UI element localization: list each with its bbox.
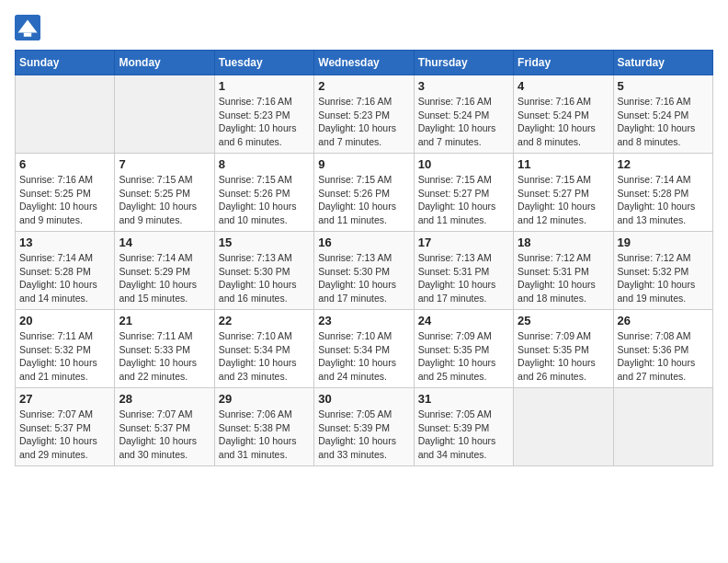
calendar-cell: 11Sunrise: 7:15 AM Sunset: 5:27 PM Dayli… xyxy=(514,154,613,232)
day-info: Sunrise: 7:10 AM Sunset: 5:34 PM Dayligh… xyxy=(219,329,310,384)
calendar-cell xyxy=(613,388,712,466)
day-number: 19 xyxy=(618,236,709,249)
day-number: 17 xyxy=(418,236,509,249)
calendar-table: SundayMondayTuesdayWednesdayThursdayFrid… xyxy=(15,50,713,466)
week-row-2: 6Sunrise: 7:16 AM Sunset: 5:25 PM Daylig… xyxy=(16,154,713,232)
calendar-cell: 18Sunrise: 7:12 AM Sunset: 5:31 PM Dayli… xyxy=(514,232,613,310)
day-number: 14 xyxy=(119,236,210,249)
calendar-cell xyxy=(16,75,115,154)
day-info: Sunrise: 7:13 AM Sunset: 5:31 PM Dayligh… xyxy=(418,251,509,305)
day-info: Sunrise: 7:15 AM Sunset: 5:27 PM Dayligh… xyxy=(418,173,509,227)
week-row-5: 27Sunrise: 7:07 AM Sunset: 5:37 PM Dayli… xyxy=(16,388,713,466)
day-info: Sunrise: 7:10 AM Sunset: 5:34 PM Dayligh… xyxy=(318,329,409,384)
day-number: 28 xyxy=(119,392,210,406)
calendar-cell: 1Sunrise: 7:16 AM Sunset: 5:23 PM Daylig… xyxy=(214,75,313,154)
day-number: 20 xyxy=(19,314,110,327)
day-number: 9 xyxy=(318,157,409,171)
day-info: Sunrise: 7:15 AM Sunset: 5:25 PM Dayligh… xyxy=(119,173,210,227)
calendar-cell: 8Sunrise: 7:15 AM Sunset: 5:26 PM Daylig… xyxy=(214,154,313,232)
calendar-cell: 20Sunrise: 7:11 AM Sunset: 5:32 PM Dayli… xyxy=(16,310,115,388)
week-row-4: 20Sunrise: 7:11 AM Sunset: 5:32 PM Dayli… xyxy=(16,310,713,388)
calendar-cell: 2Sunrise: 7:16 AM Sunset: 5:23 PM Daylig… xyxy=(314,75,414,154)
day-number: 23 xyxy=(318,314,409,327)
day-info: Sunrise: 7:14 AM Sunset: 5:29 PM Dayligh… xyxy=(119,251,210,305)
day-info: Sunrise: 7:16 AM Sunset: 5:24 PM Dayligh… xyxy=(418,95,509,149)
day-number: 15 xyxy=(219,236,310,249)
day-info: Sunrise: 7:15 AM Sunset: 5:27 PM Dayligh… xyxy=(518,173,609,227)
day-info: Sunrise: 7:13 AM Sunset: 5:30 PM Dayligh… xyxy=(318,251,409,305)
day-number: 22 xyxy=(219,314,310,327)
calendar-cell: 16Sunrise: 7:13 AM Sunset: 5:30 PM Dayli… xyxy=(314,232,414,310)
header-sunday: Sunday xyxy=(16,51,115,75)
day-info: Sunrise: 7:12 AM Sunset: 5:32 PM Dayligh… xyxy=(618,251,709,305)
day-info: Sunrise: 7:11 AM Sunset: 5:33 PM Dayligh… xyxy=(119,329,210,384)
day-info: Sunrise: 7:12 AM Sunset: 5:31 PM Dayligh… xyxy=(518,251,609,305)
logo-icon xyxy=(15,15,40,40)
day-info: Sunrise: 7:05 AM Sunset: 5:39 PM Dayligh… xyxy=(318,408,409,462)
header-thursday: Thursday xyxy=(414,51,513,75)
calendar-cell: 15Sunrise: 7:13 AM Sunset: 5:30 PM Dayli… xyxy=(214,232,313,310)
week-row-1: 1Sunrise: 7:16 AM Sunset: 5:23 PM Daylig… xyxy=(16,75,713,154)
day-number: 26 xyxy=(618,314,709,327)
day-number: 13 xyxy=(19,236,110,249)
calendar-cell: 5Sunrise: 7:16 AM Sunset: 5:24 PM Daylig… xyxy=(613,75,712,154)
day-number: 24 xyxy=(418,314,509,327)
day-info: Sunrise: 7:14 AM Sunset: 5:28 PM Dayligh… xyxy=(19,251,110,305)
calendar-cell: 17Sunrise: 7:13 AM Sunset: 5:31 PM Dayli… xyxy=(414,232,513,310)
calendar-cell: 29Sunrise: 7:06 AM Sunset: 5:38 PM Dayli… xyxy=(214,388,313,466)
day-number: 10 xyxy=(418,157,509,171)
calendar-cell: 7Sunrise: 7:15 AM Sunset: 5:25 PM Daylig… xyxy=(115,154,214,232)
calendar-cell: 26Sunrise: 7:08 AM Sunset: 5:36 PM Dayli… xyxy=(613,310,712,388)
day-number: 3 xyxy=(418,79,509,93)
day-info: Sunrise: 7:13 AM Sunset: 5:30 PM Dayligh… xyxy=(219,251,310,305)
day-info: Sunrise: 7:16 AM Sunset: 5:24 PM Dayligh… xyxy=(518,95,609,149)
calendar-cell: 23Sunrise: 7:10 AM Sunset: 5:34 PM Dayli… xyxy=(314,310,414,388)
day-info: Sunrise: 7:07 AM Sunset: 5:37 PM Dayligh… xyxy=(119,408,210,462)
calendar-cell: 31Sunrise: 7:05 AM Sunset: 5:39 PM Dayli… xyxy=(414,388,513,466)
day-number: 5 xyxy=(618,79,709,93)
day-info: Sunrise: 7:15 AM Sunset: 5:26 PM Dayligh… xyxy=(318,173,409,227)
calendar-cell: 10Sunrise: 7:15 AM Sunset: 5:27 PM Dayli… xyxy=(414,154,513,232)
day-number: 11 xyxy=(518,157,609,171)
calendar-cell: 19Sunrise: 7:12 AM Sunset: 5:32 PM Dayli… xyxy=(613,232,712,310)
header-friday: Friday xyxy=(514,51,613,75)
day-info: Sunrise: 7:05 AM Sunset: 5:39 PM Dayligh… xyxy=(418,408,509,462)
header-tuesday: Tuesday xyxy=(214,51,313,75)
calendar-cell xyxy=(514,388,613,466)
day-number: 29 xyxy=(219,392,310,406)
day-info: Sunrise: 7:14 AM Sunset: 5:28 PM Dayligh… xyxy=(618,173,709,227)
day-number: 7 xyxy=(119,157,210,171)
logo xyxy=(15,15,44,40)
calendar-cell: 13Sunrise: 7:14 AM Sunset: 5:28 PM Dayli… xyxy=(16,232,115,310)
day-info: Sunrise: 7:16 AM Sunset: 5:23 PM Dayligh… xyxy=(318,95,409,149)
calendar-cell: 12Sunrise: 7:14 AM Sunset: 5:28 PM Dayli… xyxy=(613,154,712,232)
calendar-cell: 14Sunrise: 7:14 AM Sunset: 5:29 PM Dayli… xyxy=(115,232,214,310)
day-number: 2 xyxy=(318,79,409,93)
calendar-cell: 4Sunrise: 7:16 AM Sunset: 5:24 PM Daylig… xyxy=(514,75,613,154)
calendar-cell xyxy=(115,75,214,154)
header-wednesday: Wednesday xyxy=(314,51,414,75)
day-number: 4 xyxy=(518,79,609,93)
day-number: 12 xyxy=(618,157,709,171)
day-info: Sunrise: 7:15 AM Sunset: 5:26 PM Dayligh… xyxy=(219,173,310,227)
day-number: 8 xyxy=(219,157,310,171)
day-number: 31 xyxy=(418,392,509,406)
day-number: 21 xyxy=(119,314,210,327)
calendar-cell: 22Sunrise: 7:10 AM Sunset: 5:34 PM Dayli… xyxy=(214,310,313,388)
calendar-cell: 24Sunrise: 7:09 AM Sunset: 5:35 PM Dayli… xyxy=(414,310,513,388)
day-number: 30 xyxy=(318,392,409,406)
day-info: Sunrise: 7:16 AM Sunset: 5:25 PM Dayligh… xyxy=(19,173,110,227)
calendar-header-row: SundayMondayTuesdayWednesdayThursdayFrid… xyxy=(16,51,713,75)
day-info: Sunrise: 7:11 AM Sunset: 5:32 PM Dayligh… xyxy=(19,329,110,384)
calendar-cell: 30Sunrise: 7:05 AM Sunset: 5:39 PM Dayli… xyxy=(314,388,414,466)
header-monday: Monday xyxy=(115,51,214,75)
week-row-3: 13Sunrise: 7:14 AM Sunset: 5:28 PM Dayli… xyxy=(16,232,713,310)
calendar-cell: 21Sunrise: 7:11 AM Sunset: 5:33 PM Dayli… xyxy=(115,310,214,388)
svg-rect-2 xyxy=(24,33,31,37)
calendar-cell: 28Sunrise: 7:07 AM Sunset: 5:37 PM Dayli… xyxy=(115,388,214,466)
day-number: 16 xyxy=(318,236,409,249)
calendar-cell: 27Sunrise: 7:07 AM Sunset: 5:37 PM Dayli… xyxy=(16,388,115,466)
day-number: 25 xyxy=(518,314,609,327)
page-header xyxy=(15,15,713,40)
calendar-cell: 3Sunrise: 7:16 AM Sunset: 5:24 PM Daylig… xyxy=(414,75,513,154)
